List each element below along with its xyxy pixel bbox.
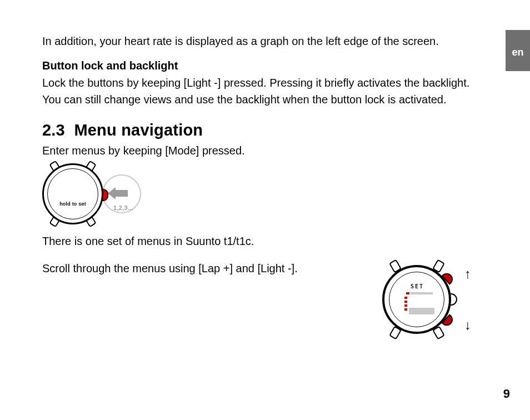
button-lock-body: Lock the buttons by keeping [Light -] pr… bbox=[42, 74, 488, 108]
arrow-down-icon: ↓ bbox=[464, 318, 471, 332]
screen-bars-icon bbox=[404, 297, 407, 312]
watch-screen-word: SET bbox=[411, 283, 424, 289]
watch-face-icon: hold to set bbox=[47, 168, 98, 219]
language-tab: en bbox=[506, 30, 530, 71]
screen-marker-icon bbox=[411, 292, 433, 294]
figure-hold-to-set: hold to set 1,2,3... bbox=[42, 163, 140, 224]
screen-field-icon bbox=[409, 308, 434, 314]
press-count-label: 1,2,3... bbox=[113, 204, 133, 211]
figure-scroll-menus: SET ↑ ↓ bbox=[377, 259, 488, 343]
screen-marker-icon bbox=[406, 292, 409, 294]
arrow-up-icon: ↑ bbox=[464, 267, 471, 281]
menu-nav-p1: Enter menus by keeping [Mode] pressed. bbox=[42, 143, 488, 159]
menu-nav-p2: There is one set of menus in Suunto t1/t… bbox=[42, 233, 488, 249]
subheading-button-lock: Button lock and backlight bbox=[42, 59, 488, 72]
arrow-left-icon bbox=[114, 190, 128, 197]
section-heading-menu-navigation: 2.3 Menu navigation bbox=[42, 121, 488, 139]
intro-paragraph: In addition, your heart rate is displaye… bbox=[42, 33, 488, 49]
section-number: 2.3 bbox=[42, 121, 65, 139]
page-number: 9 bbox=[503, 387, 510, 401]
watch-screen-label: hold to set bbox=[59, 201, 86, 207]
menu-nav-p3: Scroll through the menus using [Lap +] a… bbox=[42, 261, 338, 277]
document-page: en In addition, your heart rate is displ… bbox=[0, 0, 530, 420]
section-title: Menu navigation bbox=[74, 121, 203, 139]
watch-face-icon: SET bbox=[389, 272, 444, 327]
